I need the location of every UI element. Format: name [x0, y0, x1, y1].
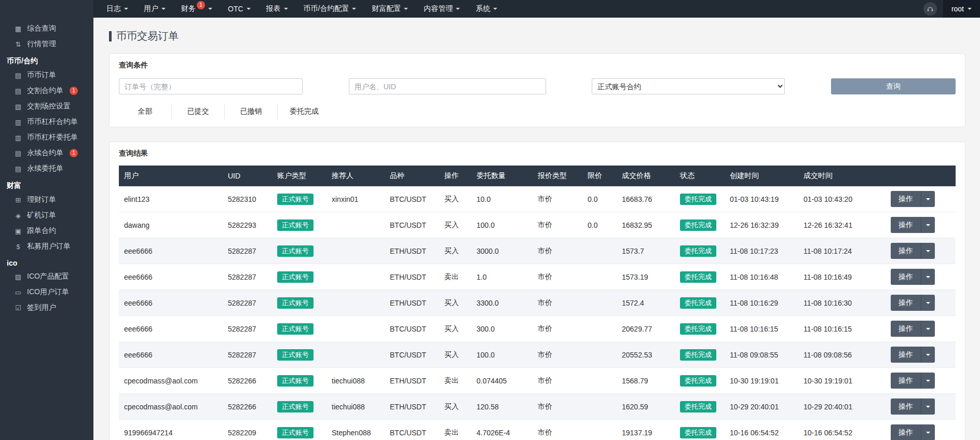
topnav-item[interactable]: 财富配置: [364, 0, 416, 18]
action-dropdown-toggle[interactable]: [921, 373, 935, 389]
order-number-input[interactable]: [119, 78, 303, 94]
action-dropdown-toggle[interactable]: [921, 347, 935, 363]
username-uid-input[interactable]: [349, 78, 546, 94]
action-button[interactable]: 操作: [891, 217, 921, 233]
action-dropdown-toggle[interactable]: [921, 295, 935, 311]
cell-referrer: Stephen088: [326, 420, 385, 440]
topnav-item[interactable]: 用户: [136, 0, 173, 18]
action-dropdown-toggle[interactable]: [921, 269, 935, 285]
sidebar-item[interactable]: ▤永续合约单1: [0, 145, 93, 161]
action-button-group: 操作: [891, 295, 935, 311]
action-dropdown-toggle[interactable]: [921, 424, 935, 440]
settings-doc-icon: ▧: [14, 273, 22, 281]
cell-created-time: 10-16 06:54:52: [725, 420, 798, 440]
action-dropdown-toggle[interactable]: [921, 191, 935, 207]
sidebar-item[interactable]: ▤交割合约单1: [0, 83, 93, 99]
cell-actions: 操作: [870, 186, 956, 212]
cell-account-type: 正式账号: [272, 186, 326, 212]
cell-dealt-time: 01-03 10:43:20: [798, 186, 870, 212]
action-button[interactable]: 操作: [891, 191, 921, 207]
cell-dealt-time: 11-08 10:17:24: [798, 238, 870, 264]
cell-symbol: ETH/USDT: [385, 264, 439, 290]
topnav-item[interactable]: 日志: [99, 0, 136, 18]
cell-side: 买入: [439, 316, 471, 342]
filter-tab[interactable]: 全部: [119, 104, 172, 119]
sidebar-item[interactable]: ▤永续委托单: [0, 161, 93, 176]
cell-limit-price: [582, 368, 617, 394]
action-dropdown-toggle[interactable]: [921, 321, 935, 337]
cell-created-time: 10-30 19:19:01: [725, 368, 798, 394]
dollar-icon: $: [14, 243, 22, 251]
filter-tab[interactable]: 已撤销: [225, 104, 278, 119]
topnav-item[interactable]: 内容管理: [416, 0, 468, 18]
sidebar-item[interactable]: ◈矿机订单: [0, 208, 93, 223]
sidebar-item[interactable]: ⇅行情管理: [0, 36, 93, 52]
cell-deal-price: 16832.95: [617, 212, 675, 238]
headset-icon[interactable]: [923, 2, 937, 16]
sidebar-item-label: ICO用户订单: [27, 287, 69, 297]
chevron-down-icon: [926, 432, 930, 434]
action-dropdown-toggle[interactable]: [921, 217, 935, 233]
table-row: dawang5282293正式账号BTC/USDT买入100.0市价0.0168…: [119, 212, 956, 238]
sidebar-item-label: 矿机订单: [27, 211, 56, 220]
account-type-select[interactable]: 正式账号合约: [592, 78, 785, 94]
account-type-badge: 正式账号: [277, 323, 314, 335]
topnav-item[interactable]: 报表: [258, 0, 296, 18]
search-button[interactable]: 查询: [831, 78, 956, 94]
action-dropdown-toggle[interactable]: [921, 243, 935, 259]
user-menu[interactable]: root: [943, 0, 980, 18]
sidebar-item[interactable]: ▭ICO用户订单: [0, 284, 93, 300]
cell-status: 委托完成: [675, 342, 725, 368]
table-row: eee66665282287正式账号ETH/USDT卖出1.0市价1573.19…: [119, 264, 956, 290]
action-button[interactable]: 操作: [891, 243, 921, 259]
sidebar-item-label: 交割合约单: [27, 86, 63, 95]
action-button-group: 操作: [891, 191, 935, 207]
action-button[interactable]: 操作: [891, 295, 921, 311]
column-header: 限价: [582, 166, 617, 186]
sidebar-item[interactable]: ▧ICO产品配置: [0, 269, 93, 284]
sidebar-item[interactable]: ▦综合查询: [0, 21, 93, 36]
filter-tab[interactable]: 委托完成: [278, 104, 331, 119]
sidebar-item[interactable]: ▥币币杠杆委托单: [0, 130, 93, 145]
sidebar-item[interactable]: ▥币币杠杆合约单: [0, 114, 93, 130]
action-button[interactable]: 操作: [891, 398, 921, 415]
column-header: 创建时间: [725, 166, 798, 186]
cell-symbol: BTC/USDT: [385, 342, 439, 368]
cell-side: 买入: [439, 186, 471, 212]
sidebar-item[interactable]: $私募用户订单: [0, 239, 93, 254]
action-button[interactable]: 操作: [891, 269, 921, 285]
cell-account-type: 正式账号: [272, 420, 326, 440]
sidebar-item[interactable]: ▤币币订单: [0, 67, 93, 83]
sidebar-item[interactable]: ☑签到用户: [0, 300, 93, 315]
topnav-item[interactable]: 财务1: [173, 0, 220, 18]
column-header: 用户: [119, 166, 223, 186]
sidebar-item[interactable]: ▣跟单合约: [0, 223, 93, 239]
action-button[interactable]: 操作: [891, 373, 921, 389]
action-button[interactable]: 操作: [891, 321, 921, 337]
cell-dealt-time: 11-08 09:08:56: [798, 342, 870, 368]
cell-uid: 5282287: [223, 342, 272, 368]
cell-account-type: 正式账号: [272, 238, 326, 264]
sidebar-item[interactable]: ⊞理财订单: [0, 192, 93, 208]
sidebar-item[interactable]: ▧交割场控设置: [0, 99, 93, 114]
status-badge: 委托完成: [680, 401, 716, 412]
cell-user: eee6666: [119, 264, 223, 290]
action-dropdown-toggle[interactable]: [921, 398, 935, 415]
cell-dealt-time: 10-30 19:19:01: [798, 368, 870, 394]
cell-actions: 操作: [870, 238, 956, 264]
cell-price-type: 市价: [533, 420, 582, 440]
topnav-item[interactable]: 币币/合约配置: [296, 0, 364, 18]
results-table: 用户UID账户类型推荐人品种操作委托数量报价类型限价成交价格状态创建时间成交时间…: [119, 166, 956, 440]
action-button[interactable]: 操作: [891, 347, 921, 363]
topnav-item[interactable]: OTC: [220, 0, 258, 18]
table-row: eee66665282287正式账号BTC/USDT买入100.0市价20552…: [119, 342, 956, 368]
topnav-item-label: 用户: [144, 4, 158, 13]
filter-tab[interactable]: 已提交: [172, 104, 225, 119]
cell-price-type: 市价: [533, 238, 582, 264]
column-header: 成交时间: [798, 166, 870, 186]
topnav-item[interactable]: 系统: [468, 0, 505, 18]
cell-amount: 10.0: [471, 186, 533, 212]
cell-referrer: [326, 212, 385, 238]
action-button[interactable]: 操作: [891, 424, 921, 440]
sidebar-item-label: 理财订单: [27, 195, 56, 204]
